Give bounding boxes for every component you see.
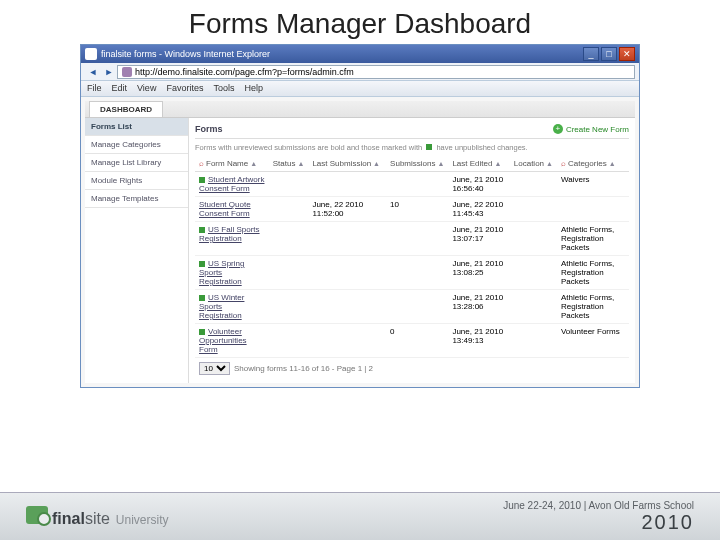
close-button[interactable]: ✕ (619, 47, 635, 61)
pager-text: Showing forms 11-16 of 16 - Page 1 | 2 (234, 364, 373, 373)
address-bar-row: ◄ ► http://demo.finalsite.com/page.cfm?p… (81, 63, 639, 81)
tab-dashboard[interactable]: DASHBOARD (89, 101, 163, 117)
menu-view[interactable]: View (137, 83, 156, 94)
submissions-count (386, 172, 448, 197)
column-header[interactable]: Last Edited▲ (448, 156, 509, 172)
sort-icon: ▲ (297, 160, 304, 167)
flag-icon (199, 329, 205, 335)
submissions-count: 10 (386, 197, 448, 222)
location-cell (510, 197, 557, 222)
window-favicon (85, 48, 97, 60)
column-header[interactable]: ⌕Categories▲ (557, 156, 629, 172)
last-submission (308, 324, 386, 358)
back-button[interactable]: ◄ (85, 65, 101, 79)
sort-icon: ▲ (546, 160, 553, 167)
last-edited: June, 21 2010 13:49:13 (448, 324, 509, 358)
footer-year: 2010 (503, 511, 694, 534)
forms-table: ⌕Form Name▲Status▲Last Submission▲Submis… (195, 156, 629, 358)
column-header[interactable]: Status▲ (269, 156, 309, 172)
categories-cell (557, 197, 629, 222)
maximize-button[interactable]: □ (601, 47, 617, 61)
column-header[interactable]: Last Submission▲ (308, 156, 386, 172)
submissions-count (386, 222, 448, 256)
location-cell (510, 324, 557, 358)
sidebar: Forms ListManage CategoriesManage List L… (85, 118, 189, 383)
menu-tools[interactable]: Tools (213, 83, 234, 94)
submissions-count (386, 256, 448, 290)
footer-date: June 22-24, 2010 | Avon Old Farms School (503, 500, 694, 511)
categories-cell: Volunteer Forms (557, 324, 629, 358)
sidebar-item[interactable]: Module Rights (85, 172, 188, 190)
table-row: US Spring Sports RegistrationJune, 21 20… (195, 256, 629, 290)
last-submission (308, 256, 386, 290)
form-link[interactable]: Volunteer Opportunities Form (199, 327, 247, 354)
last-submission (308, 172, 386, 197)
slide-footer: finalsite University June 22-24, 2010 | … (0, 492, 720, 540)
form-link[interactable]: Student Quote Consent Form (199, 200, 251, 218)
categories-cell: Athletic Forms, Registration Packets (557, 222, 629, 256)
location-cell (510, 222, 557, 256)
location-cell (510, 290, 557, 324)
table-row: Volunteer Opportunities Form0June, 21 20… (195, 324, 629, 358)
form-link[interactable]: Student Artwork Consent Form (199, 175, 264, 193)
url-text: http://demo.finalsite.com/page.cfm?p=for… (135, 67, 354, 77)
column-header[interactable]: ⌕Form Name▲ (195, 156, 269, 172)
finalsite-logo: finalsite University (26, 506, 168, 528)
titlebar: finalsite forms - Windows Internet Explo… (81, 45, 639, 63)
submissions-count (386, 290, 448, 324)
menu-edit[interactable]: Edit (112, 83, 128, 94)
last-edited: June, 21 2010 13:08:25 (448, 256, 509, 290)
table-row: Student Artwork Consent FormJune, 21 201… (195, 172, 629, 197)
column-header[interactable]: Location▲ (510, 156, 557, 172)
submissions-count: 0 (386, 324, 448, 358)
panel-title: Forms (195, 124, 223, 134)
flag-icon (199, 177, 205, 183)
sidebar-item[interactable]: Manage Templates (85, 190, 188, 208)
menu-file[interactable]: File (87, 83, 102, 94)
flag-icon (426, 144, 432, 150)
last-edited: June, 21 2010 13:07:17 (448, 222, 509, 256)
sort-icon: ▲ (437, 160, 444, 167)
sort-icon: ▲ (609, 160, 616, 167)
table-row: US Winter Sports RegistrationJune, 21 20… (195, 290, 629, 324)
forward-button[interactable]: ► (101, 65, 117, 79)
university-text: University (116, 513, 169, 527)
menu-bar: File Edit View Favorites Tools Help (81, 81, 639, 97)
categories-cell: Athletic Forms, Registration Packets (557, 256, 629, 290)
create-new-form-button[interactable]: + Create New Form (553, 124, 629, 134)
hint-text: Forms with unreviewed submissions are bo… (195, 139, 629, 156)
plus-icon: + (553, 124, 563, 134)
site-favicon (122, 67, 132, 77)
flag-icon (199, 227, 205, 233)
last-submission: June, 22 2010 11:52:00 (308, 197, 386, 222)
flag-icon (199, 261, 205, 267)
sidebar-item[interactable]: Forms List (85, 118, 188, 136)
address-bar[interactable]: http://demo.finalsite.com/page.cfm?p=for… (117, 65, 635, 79)
pager: 10 Showing forms 11-16 of 16 - Page 1 | … (195, 358, 629, 379)
column-header[interactable]: Submissions▲ (386, 156, 448, 172)
sort-icon: ▲ (250, 160, 257, 167)
search-icon: ⌕ (199, 159, 204, 168)
tab-row: DASHBOARD (85, 101, 635, 118)
menu-help[interactable]: Help (244, 83, 263, 94)
minimize-button[interactable]: _ (583, 47, 599, 61)
location-cell (510, 172, 557, 197)
form-link[interactable]: US Fall Sports Registration (199, 225, 260, 243)
last-submission (308, 290, 386, 324)
sidebar-item[interactable]: Manage Categories (85, 136, 188, 154)
browser-window: finalsite forms - Windows Internet Explo… (80, 44, 640, 388)
last-edited: June, 22 2010 11:45:43 (448, 197, 509, 222)
menu-favorites[interactable]: Favorites (166, 83, 203, 94)
last-edited: June, 21 2010 13:28:06 (448, 290, 509, 324)
table-row: US Fall Sports RegistrationJune, 21 2010… (195, 222, 629, 256)
sidebar-item[interactable]: Manage List Library (85, 154, 188, 172)
page-size-select[interactable]: 10 (199, 362, 230, 375)
form-link[interactable]: US Winter Sports Registration (199, 293, 244, 320)
form-link[interactable]: US Spring Sports Registration (199, 259, 244, 286)
table-row: Student Quote Consent FormJune, 22 2010 … (195, 197, 629, 222)
categories-cell: Athletic Forms, Registration Packets (557, 290, 629, 324)
window-title: finalsite forms - Windows Internet Explo… (101, 49, 583, 59)
sort-icon: ▲ (373, 160, 380, 167)
forms-panel: Forms + Create New Form Forms with unrev… (189, 118, 635, 383)
last-submission (308, 222, 386, 256)
